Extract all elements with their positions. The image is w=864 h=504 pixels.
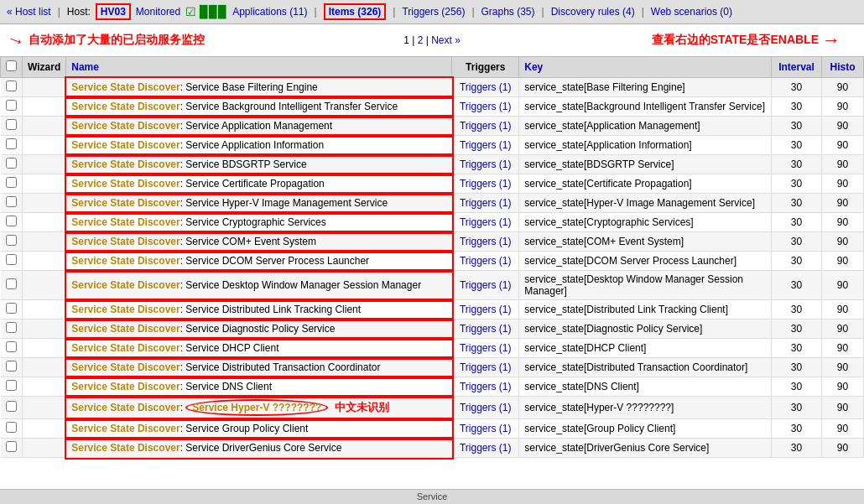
header-history[interactable]: Histo [822, 57, 864, 78]
row-checkbox[interactable] [6, 278, 17, 289]
header-key[interactable]: Key [519, 57, 772, 78]
trigger-link[interactable]: Triggers (1) [460, 236, 512, 247]
arrow-right-icon: → [822, 29, 841, 51]
trigger-link[interactable]: Triggers (1) [460, 381, 512, 392]
oval-item-link[interactable]: Service Hyper-V ???????? [192, 402, 321, 413]
interval-cell: 30 [772, 136, 822, 155]
trigger-link[interactable]: Triggers (1) [460, 120, 512, 132]
trigger-link[interactable]: Triggers (1) [460, 178, 512, 190]
item-name-prefix-link[interactable]: Service State Discover [71, 216, 180, 228]
item-name-prefix-link[interactable]: Service State Discover [71, 120, 180, 132]
row-checkbox[interactable] [6, 138, 17, 149]
item-name-prefix-link[interactable]: Service State Discover [71, 236, 180, 247]
next-link[interactable]: Next » [431, 34, 461, 46]
row-checkbox[interactable] [6, 158, 17, 169]
row-checkbox[interactable] [6, 235, 17, 246]
monitored-link[interactable]: Monitored [136, 6, 180, 18]
top-nav: « Host list | Host: HV03 Monitored ☑ ▉▉▉… [0, 0, 864, 24]
item-name-prefix-link[interactable]: Service State Discover [71, 255, 180, 267]
row-checkbox[interactable] [6, 322, 17, 333]
triggers-link[interactable]: Triggers (256) [402, 6, 465, 18]
applications-link[interactable]: Applications (11) [232, 6, 307, 18]
row-checkbox[interactable] [6, 361, 17, 372]
interval-cell: 30 [772, 419, 822, 439]
row-checkbox[interactable] [6, 254, 17, 265]
host-value[interactable]: HV03 [96, 3, 131, 20]
header-interval[interactable]: Interval [772, 57, 822, 78]
interval-sort-link[interactable]: Interval [778, 61, 815, 73]
wizard-cell [23, 174, 66, 194]
item-name-prefix-link[interactable]: Service State Discover [71, 381, 180, 392]
trigger-link[interactable]: Triggers (1) [460, 197, 512, 209]
row-checkbox[interactable] [6, 441, 17, 452]
interval-cell: 30 [772, 194, 822, 213]
graphs-link[interactable]: Graphs (35) [481, 6, 535, 18]
item-name-prefix-link[interactable]: Service State Discover [71, 342, 180, 354]
items-table: Wizard Name Triggers Key Interval Histo … [0, 56, 864, 458]
item-name-prefix-link[interactable]: Service State Discover [71, 178, 180, 190]
row-checkbox[interactable] [6, 81, 17, 91]
name-cell: Service State Discover: Service Distribu… [66, 358, 452, 377]
trigger-link[interactable]: Triggers (1) [460, 158, 512, 170]
history-sort-link[interactable]: Histo [830, 61, 856, 73]
item-name-prefix-link[interactable]: Service State Discover [71, 442, 180, 454]
trigger-link[interactable]: Triggers (1) [460, 402, 512, 413]
item-name-prefix-link[interactable]: Service State Discover [71, 402, 180, 413]
key-sort-link[interactable]: Key [524, 61, 543, 73]
item-name-prefix-link[interactable]: Service State Discover [71, 197, 180, 209]
item-name-prefix-link[interactable]: Service State Discover [71, 304, 180, 315]
key-cell: service_state[Hyper-V Image Management S… [519, 194, 772, 213]
name-cell: Service State Discover: Service Distribu… [66, 300, 452, 320]
trigger-link[interactable]: Triggers (1) [460, 342, 512, 354]
name-sort-link[interactable]: Name [71, 61, 99, 73]
item-name-prefix-link[interactable]: Service State Discover [71, 101, 180, 112]
name-cell: Service State Discover: Service Cryptogr… [66, 213, 452, 232]
trigger-link[interactable]: Triggers (1) [460, 81, 512, 93]
item-name-prefix-link[interactable]: Service State Discover [71, 423, 180, 434]
key-cell: service_state[Desktop Window Manager Ses… [519, 271, 772, 300]
item-name-prefix-link[interactable]: Service State Discover [71, 279, 180, 291]
trigger-link[interactable]: Triggers (1) [460, 216, 512, 228]
item-name-prefix-link[interactable]: Service State Discover [71, 81, 180, 93]
name-cell: Service State Discover: Service DCOM Ser… [66, 252, 452, 271]
triggers-cell: Triggers (1) [452, 155, 519, 174]
item-name-prefix-link[interactable]: Service State Discover [71, 323, 180, 335]
trigger-link[interactable]: Triggers (1) [460, 323, 512, 335]
trigger-link[interactable]: Triggers (1) [460, 361, 512, 373]
trigger-link[interactable]: Triggers (1) [460, 255, 512, 267]
discovery-rules-link[interactable]: Discovery rules (4) [551, 6, 635, 18]
name-cell: Service State Discover: Service Certific… [66, 174, 452, 194]
row-checkbox[interactable] [6, 303, 17, 314]
item-name-prefix-link[interactable]: Service State Discover [71, 361, 180, 373]
trigger-link[interactable]: Triggers (1) [460, 101, 512, 112]
trigger-link[interactable]: Triggers (1) [460, 423, 512, 434]
web-scenarios-link[interactable]: Web scenarios (0) [651, 6, 732, 18]
item-name-prefix-link[interactable]: Service State Discover [71, 158, 180, 170]
item-name-prefix-link[interactable]: Service State Discover [71, 139, 180, 151]
header-name[interactable]: Name [66, 57, 452, 78]
item-name-suffix: : Service Application Information [180, 139, 324, 151]
header-triggers: Triggers [452, 57, 519, 78]
history-cell: 90 [822, 300, 864, 320]
trigger-link[interactable]: Triggers (1) [460, 139, 512, 151]
trigger-link[interactable]: Triggers (1) [460, 442, 512, 454]
select-all-checkbox[interactable] [6, 60, 17, 71]
header-checkbox[interactable] [1, 57, 23, 78]
row-checkbox[interactable] [6, 341, 17, 352]
row-checkbox[interactable] [6, 177, 17, 188]
wizard-cell [23, 117, 66, 136]
triggers-cell: Triggers (1) [452, 377, 519, 397]
trigger-link[interactable]: Triggers (1) [460, 279, 512, 291]
row-checkbox[interactable] [6, 100, 17, 111]
row-checkbox[interactable] [6, 401, 17, 412]
row-checkbox[interactable] [6, 119, 17, 130]
row-checkbox[interactable] [6, 196, 17, 207]
trigger-link[interactable]: Triggers (1) [460, 304, 512, 315]
row-checkbox[interactable] [6, 216, 17, 226]
host-list-link[interactable]: « Host list [7, 6, 51, 18]
row-checkbox[interactable] [6, 422, 17, 433]
items-active-link[interactable]: Items (326) [324, 3, 387, 20]
name-cell: Service State Discover: Service Group Po… [66, 419, 452, 439]
wizard-cell [23, 419, 66, 439]
row-checkbox[interactable] [6, 380, 17, 391]
